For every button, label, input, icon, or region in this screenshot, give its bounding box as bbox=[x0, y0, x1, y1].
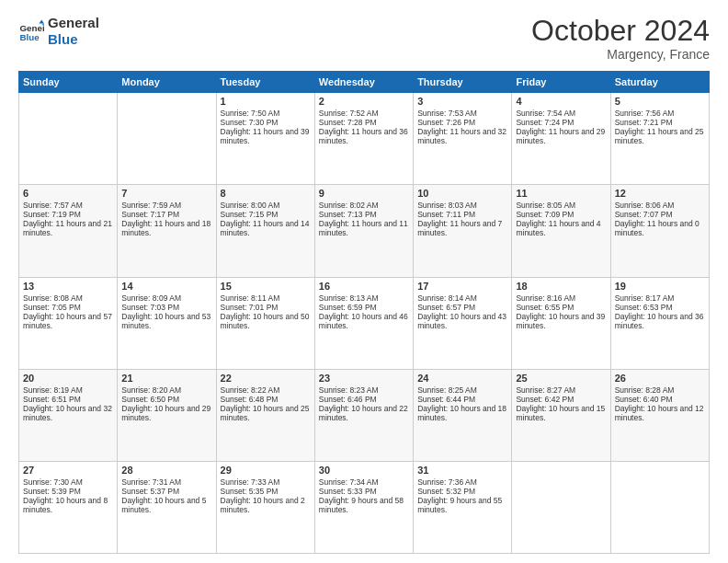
col-thursday: Thursday bbox=[414, 72, 512, 93]
day-content-line: Daylight: 11 hours and 11 minutes. bbox=[319, 219, 409, 237]
day-content-line: Daylight: 11 hours and 32 minutes. bbox=[417, 127, 507, 145]
day-content-line: Daylight: 10 hours and 29 minutes. bbox=[121, 404, 211, 422]
table-row bbox=[19, 93, 118, 185]
day-content-line: Sunrise: 8:11 AM bbox=[221, 293, 311, 303]
col-tuesday: Tuesday bbox=[216, 72, 314, 93]
col-saturday: Saturday bbox=[610, 72, 709, 93]
calendar-week-row: 20Sunrise: 8:19 AMSunset: 6:51 PMDayligh… bbox=[19, 369, 710, 461]
day-number: 30 bbox=[319, 465, 409, 476]
day-content-line: Sunset: 6:59 PM bbox=[319, 303, 409, 312]
day-content-line: Sunset: 6:48 PM bbox=[221, 395, 311, 404]
day-number: 10 bbox=[417, 188, 507, 199]
day-number: 19 bbox=[615, 281, 705, 292]
table-row: 24Sunrise: 8:25 AMSunset: 6:44 PMDayligh… bbox=[414, 369, 512, 461]
table-row: 30Sunrise: 7:34 AMSunset: 5:33 PMDayligh… bbox=[314, 461, 413, 553]
day-content-line: Sunset: 7:26 PM bbox=[417, 118, 507, 127]
day-content-line: Sunset: 5:37 PM bbox=[121, 487, 211, 496]
table-row: 17Sunrise: 8:14 AMSunset: 6:57 PMDayligh… bbox=[414, 277, 512, 369]
day-content-line: Sunrise: 8:00 AM bbox=[221, 201, 311, 210]
table-row bbox=[118, 93, 216, 185]
location: Margency, France bbox=[531, 47, 710, 62]
day-number: 8 bbox=[221, 188, 311, 199]
day-content-line: Sunset: 6:53 PM bbox=[615, 303, 705, 312]
day-number: 9 bbox=[319, 188, 409, 199]
day-content-line: Daylight: 10 hours and 50 minutes. bbox=[221, 312, 311, 330]
day-content-line: Sunset: 6:57 PM bbox=[417, 303, 507, 312]
table-row: 3Sunrise: 7:53 AMSunset: 7:26 PMDaylight… bbox=[414, 93, 512, 185]
col-wednesday: Wednesday bbox=[314, 72, 413, 93]
day-content-line: Sunrise: 7:31 AM bbox=[121, 477, 211, 487]
day-content-line: Sunset: 7:30 PM bbox=[221, 118, 311, 127]
day-content-line: Sunrise: 8:03 AM bbox=[417, 201, 507, 210]
day-content-line: Sunset: 7:03 PM bbox=[121, 303, 211, 312]
day-content-line: Sunrise: 7:30 AM bbox=[23, 477, 113, 487]
day-number: 13 bbox=[23, 281, 113, 292]
day-content-line: Sunset: 7:01 PM bbox=[221, 303, 311, 312]
day-number: 3 bbox=[417, 96, 507, 107]
logo: General Blue General Blue bbox=[18, 15, 99, 48]
calendar-header-row: Sunday Monday Tuesday Wednesday Thursday… bbox=[19, 72, 710, 93]
col-sunday: Sunday bbox=[19, 72, 118, 93]
table-row bbox=[512, 461, 610, 553]
day-content-line: Sunrise: 7:56 AM bbox=[615, 109, 705, 118]
day-content-line: Daylight: 11 hours and 21 minutes. bbox=[23, 219, 113, 237]
day-content-line: Daylight: 11 hours and 0 minutes. bbox=[615, 219, 705, 237]
calendar-week-row: 27Sunrise: 7:30 AMSunset: 5:39 PMDayligh… bbox=[19, 461, 710, 553]
day-content-line: Sunset: 6:44 PM bbox=[417, 395, 507, 404]
table-row: 23Sunrise: 8:23 AMSunset: 6:46 PMDayligh… bbox=[314, 369, 413, 461]
day-content-line: Daylight: 10 hours and 25 minutes. bbox=[221, 404, 311, 422]
table-row: 2Sunrise: 7:52 AMSunset: 7:28 PMDaylight… bbox=[314, 93, 413, 185]
day-content-line: Sunrise: 8:02 AM bbox=[319, 201, 409, 210]
day-content-line: Sunrise: 7:57 AM bbox=[23, 201, 113, 210]
day-content-line: Sunset: 7:15 PM bbox=[221, 210, 311, 219]
logo-text-blue: Blue bbox=[48, 31, 99, 48]
day-content-line: Daylight: 10 hours and 2 minutes. bbox=[221, 496, 311, 514]
day-content-line: Sunrise: 8:16 AM bbox=[516, 293, 606, 303]
day-number: 4 bbox=[516, 96, 606, 107]
table-row: 8Sunrise: 8:00 AMSunset: 7:15 PMDaylight… bbox=[216, 185, 314, 277]
svg-text:Blue: Blue bbox=[19, 32, 40, 42]
day-content-line: Sunrise: 7:54 AM bbox=[516, 109, 606, 118]
day-content-line: Daylight: 10 hours and 5 minutes. bbox=[121, 496, 211, 514]
day-content-line: Daylight: 10 hours and 57 minutes. bbox=[23, 312, 113, 330]
day-content-line: Daylight: 9 hours and 58 minutes. bbox=[319, 496, 409, 514]
table-row: 12Sunrise: 8:06 AMSunset: 7:07 PMDayligh… bbox=[610, 185, 709, 277]
day-content-line: Sunset: 7:28 PM bbox=[319, 118, 409, 127]
col-friday: Friday bbox=[512, 72, 610, 93]
table-row: 4Sunrise: 7:54 AMSunset: 7:24 PMDaylight… bbox=[512, 93, 610, 185]
day-content-line: Daylight: 10 hours and 18 minutes. bbox=[417, 404, 507, 422]
day-content-line: Sunset: 6:50 PM bbox=[121, 395, 211, 404]
day-content-line: Sunrise: 8:05 AM bbox=[516, 201, 606, 210]
day-content-line: Sunrise: 7:33 AM bbox=[221, 477, 311, 487]
table-row: 22Sunrise: 8:22 AMSunset: 6:48 PMDayligh… bbox=[216, 369, 314, 461]
day-content-line: Sunrise: 8:09 AM bbox=[121, 293, 211, 303]
table-row: 6Sunrise: 7:57 AMSunset: 7:19 PMDaylight… bbox=[19, 185, 118, 277]
day-content-line: Sunset: 7:21 PM bbox=[615, 118, 705, 127]
day-number: 11 bbox=[516, 188, 606, 199]
day-content-line: Daylight: 10 hours and 22 minutes. bbox=[319, 404, 409, 422]
day-content-line: Sunset: 7:09 PM bbox=[516, 210, 606, 219]
day-content-line: Daylight: 11 hours and 7 minutes. bbox=[417, 219, 507, 237]
day-content-line: Sunrise: 8:25 AM bbox=[417, 385, 507, 395]
day-number: 29 bbox=[221, 465, 311, 476]
table-row: 13Sunrise: 8:08 AMSunset: 7:05 PMDayligh… bbox=[19, 277, 118, 369]
day-number: 31 bbox=[417, 465, 507, 476]
day-content-line: Sunset: 5:33 PM bbox=[319, 487, 409, 496]
day-content-line: Sunset: 5:35 PM bbox=[221, 487, 311, 496]
table-row: 28Sunrise: 7:31 AMSunset: 5:37 PMDayligh… bbox=[118, 461, 216, 553]
day-content-line: Sunrise: 7:36 AM bbox=[417, 477, 507, 487]
day-number: 27 bbox=[23, 465, 113, 476]
day-content-line: Sunset: 6:46 PM bbox=[319, 395, 409, 404]
day-content-line: Sunrise: 8:14 AM bbox=[417, 293, 507, 303]
table-row: 31Sunrise: 7:36 AMSunset: 5:32 PMDayligh… bbox=[414, 461, 512, 553]
table-row: 25Sunrise: 8:27 AMSunset: 6:42 PMDayligh… bbox=[512, 369, 610, 461]
table-row: 9Sunrise: 8:02 AMSunset: 7:13 PMDaylight… bbox=[314, 185, 413, 277]
day-number: 7 bbox=[121, 188, 211, 199]
svg-marker-2 bbox=[39, 19, 44, 23]
day-content-line: Daylight: 11 hours and 25 minutes. bbox=[615, 127, 705, 145]
table-row: 10Sunrise: 8:03 AMSunset: 7:11 PMDayligh… bbox=[414, 185, 512, 277]
day-content-line: Daylight: 10 hours and 36 minutes. bbox=[615, 312, 705, 330]
day-content-line: Sunrise: 8:06 AM bbox=[615, 201, 705, 210]
calendar-week-row: 13Sunrise: 8:08 AMSunset: 7:05 PMDayligh… bbox=[19, 277, 710, 369]
page: General Blue General Blue October 2024 M… bbox=[0, 0, 728, 563]
